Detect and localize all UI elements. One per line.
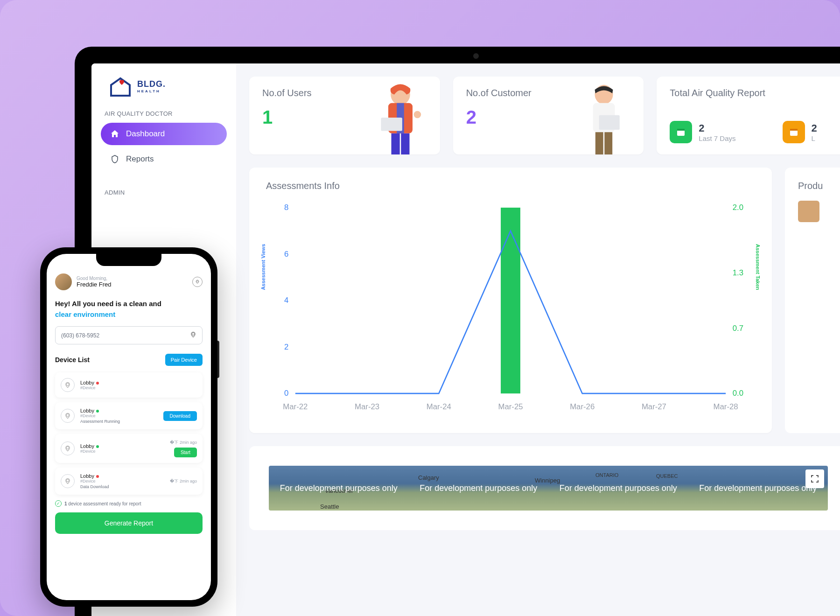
device-action-button[interactable]: Download (163, 411, 197, 421)
svg-text:Mar-23: Mar-23 (355, 402, 379, 411)
logo-icon (106, 75, 134, 98)
map-card: Calgary Winnipeg Vancouver Seattle ONTAR… (249, 446, 840, 530)
user-avatar[interactable] (55, 273, 72, 290)
logo: BLDG. HEALTH (106, 75, 227, 98)
svg-point-38 (66, 479, 69, 482)
map-watermark: For development purposes onlyFor develop… (269, 466, 828, 511)
report-stat-2: 2 L (783, 121, 817, 143)
chart-row: Assessments Info Assessment Views Assess… (249, 168, 840, 433)
device-list-title: Device List (55, 356, 90, 364)
device-actions: �下 2min ago (170, 478, 197, 484)
fullscreen-icon[interactable] (805, 469, 824, 488)
svg-point-37 (66, 447, 69, 449)
svg-text:Mar-22: Mar-22 (283, 402, 308, 411)
chart-area: Assessment Views Assessment Taken 024680… (266, 201, 755, 420)
y-axis-right-label: Assessment Taken (755, 244, 761, 290)
products-card: Produ (785, 168, 840, 433)
device-action-button[interactable]: Start (174, 448, 197, 457)
device-row[interactable]: Lobby #Device Assessment Running Downloa… (55, 402, 203, 429)
username: Freddie Fred (77, 281, 111, 288)
device-time: �下 2min ago (170, 478, 197, 484)
device-list-header: Device List Pair Device (55, 354, 203, 366)
logo-subtext: HEALTH (137, 89, 166, 93)
phone-input[interactable]: (603) 678-5952 (55, 326, 203, 344)
stat-cards-row: No.of Users 1 No.of Customer 2 Total Air… (249, 77, 840, 154)
svg-text:0.0: 0.0 (733, 389, 743, 398)
greeting: Good Morning, (77, 276, 111, 281)
svg-text:Mar-25: Mar-25 (498, 402, 523, 411)
nav-label: Reports (126, 154, 154, 164)
svg-text:0: 0 (284, 389, 288, 398)
device-row[interactable]: Lobby #Device �下 2min ago Start (55, 434, 203, 463)
card-air-quality-report: Total Air Quality Report 2 Last 7 Days (657, 77, 840, 154)
mobile-screen: Good Morning, Freddie Fred Hey! All you … (47, 254, 211, 600)
calendar-icon (670, 121, 692, 143)
device-icon (61, 409, 75, 423)
sidebar-item-dashboard[interactable]: Dashboard (101, 123, 227, 145)
svg-rect-15 (790, 129, 798, 131)
device-icon (61, 378, 75, 392)
location-icon[interactable] (192, 277, 203, 287)
home-icon (110, 129, 119, 139)
svg-point-33 (196, 280, 198, 282)
check-icon (55, 500, 62, 507)
phone-notch (96, 254, 161, 266)
svg-point-6 (413, 111, 421, 119)
map[interactable]: Calgary Winnipeg Vancouver Seattle ONTAR… (269, 466, 828, 511)
report-sub: L (812, 134, 817, 142)
svg-text:0.7: 0.7 (733, 324, 743, 333)
person-illustration (370, 81, 431, 154)
device-actions: Download (163, 411, 197, 421)
reports-icon (110, 154, 119, 164)
sidebar-section-air: AIR QUALITY DOCTOR (105, 110, 223, 117)
svg-text:2.0: 2.0 (733, 203, 743, 212)
svg-rect-25 (501, 208, 520, 393)
report-sub: Last 7 Days (699, 134, 735, 142)
svg-text:Mar-28: Mar-28 (714, 402, 738, 411)
report-value: 2 (699, 122, 735, 134)
device-actions: �下 2min ago Start (170, 440, 197, 457)
device-row[interactable]: Lobby #Device Data Download �下 2min ago (55, 468, 203, 495)
svg-text:2: 2 (284, 343, 288, 351)
mobile-header: Good Morning, Freddie Fred (55, 273, 203, 290)
sidebar-section-admin: ADMIN (105, 189, 223, 196)
chart-title: Assessments Info (266, 181, 755, 191)
person-illustration (574, 81, 634, 154)
chart-svg: 024680.00.71.32.0Mar-22Mar-23Mar-24Mar-2… (266, 201, 755, 420)
svg-rect-3 (381, 118, 402, 131)
svg-text:8: 8 (284, 203, 288, 212)
card-users: No.of Users 1 (249, 77, 440, 154)
svg-rect-4 (391, 133, 399, 154)
calendar-icon (783, 121, 805, 143)
svg-text:Mar-27: Mar-27 (642, 402, 666, 411)
device-list: Lobby #Device Lobby #Device Assessment R… (55, 372, 203, 495)
svg-point-34 (192, 333, 195, 336)
webcam-notch (473, 53, 479, 59)
logo-text: BLDG. (137, 79, 166, 89)
device-icon (61, 474, 75, 488)
svg-rect-10 (595, 132, 603, 154)
phone-frame: Good Morning, Freddie Fred Hey! All you … (40, 247, 217, 607)
hero-link[interactable]: clear environment (55, 310, 115, 318)
generate-report-button[interactable]: Generate Report (55, 512, 203, 534)
svg-text:1.3: 1.3 (733, 268, 743, 277)
device-info: Lobby #Device Data Download (80, 473, 164, 489)
svg-text:Mar-24: Mar-24 (427, 402, 451, 411)
svg-rect-11 (605, 132, 613, 154)
svg-point-35 (66, 383, 69, 386)
device-info: Lobby #Device Assessment Running (80, 408, 158, 424)
device-row[interactable]: Lobby #Device (55, 372, 203, 398)
ready-message: 1 device assessment ready for report (55, 500, 203, 507)
main-content: No.of Users 1 No.of Customer 2 Total Air… (236, 63, 840, 616)
sidebar-item-reports[interactable]: Reports (101, 148, 227, 170)
assessments-chart-card: Assessments Info Assessment Views Assess… (249, 168, 772, 433)
svg-rect-13 (677, 129, 685, 131)
report-stat-7days: 2 Last 7 Days (670, 121, 735, 143)
device-time: �下 2min ago (170, 440, 197, 446)
svg-point-36 (66, 414, 69, 417)
pair-device-button[interactable]: Pair Device (165, 354, 203, 366)
svg-text:4: 4 (284, 296, 288, 305)
y-axis-left-label: Assessment Views (260, 244, 266, 290)
device-icon (61, 441, 75, 455)
svg-rect-9 (599, 115, 620, 130)
